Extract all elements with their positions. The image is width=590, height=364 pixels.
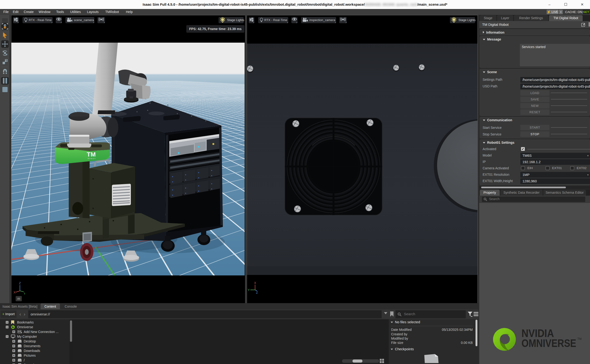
svg-text:X: X [13, 291, 16, 294]
svg-text:Y: Y [24, 292, 25, 295]
svg-text:Z: Z [256, 291, 258, 294]
svg-text:OMNIVERSE: OMNIVERSE [522, 337, 576, 349]
svg-text:X: X [254, 282, 256, 285]
svg-text:ROBOT: ROBOT [88, 158, 96, 159]
svg-text:TM: TM [87, 151, 96, 158]
svg-text:Y: Y [248, 288, 250, 292]
svg-text:Z: Z [19, 282, 21, 285]
svg-text:TM: TM [577, 337, 582, 341]
